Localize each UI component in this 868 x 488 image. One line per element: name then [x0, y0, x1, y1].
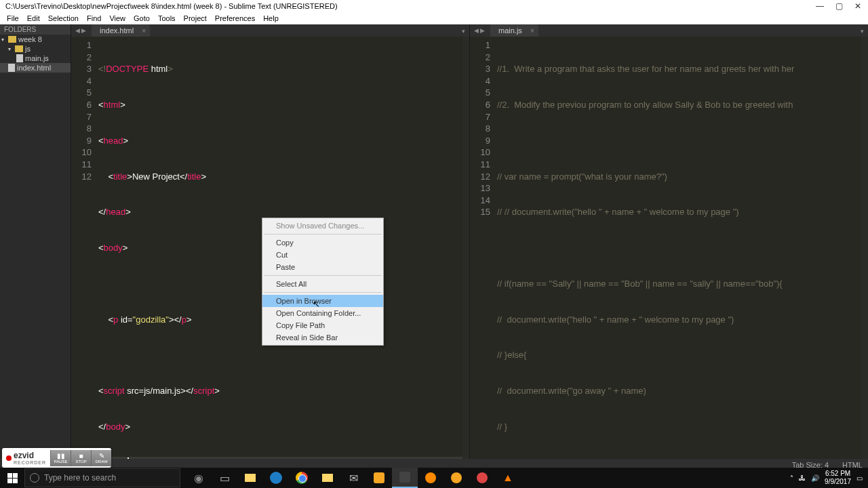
line-gutter: 123456789101112 — [71, 37, 98, 488]
t: script — [104, 386, 125, 396]
tray-date: 9/9/2017 — [825, 478, 851, 486]
menu-file[interactable]: File — [3, 14, 23, 22]
tab-nav-back[interactable]: ◀ — [474, 27, 479, 34]
ctx-open-containing-folder[interactable]: Open Containing Folder... — [262, 307, 383, 319]
t: DRAW — [96, 460, 108, 464]
tree-folder-root[interactable]: ▾ week 8 — [0, 35, 71, 44]
t: // document.write("hello " + name + " we… — [497, 314, 861, 326]
t: //1. Write a program that asks the user … — [497, 63, 861, 75]
menu-preferences[interactable]: Preferences — [211, 14, 259, 22]
context-menu: Show Unsaved Changes... Copy Cut Paste S… — [262, 218, 384, 346]
ctx-reveal-in-sidebar[interactable]: Reveal in Side Bar — [262, 331, 383, 344]
app-icon[interactable] — [469, 468, 495, 488]
file-explorer-icon[interactable] — [237, 468, 263, 488]
tree-folder-js[interactable]: ▾ js — [0, 44, 71, 54]
ctx-open-in-browser[interactable]: Open in Browser — [262, 295, 383, 307]
t: // }else{ — [497, 349, 861, 361]
ctx-copy[interactable]: Copy — [262, 237, 383, 249]
recorder-draw-button[interactable]: ✎DRAW — [91, 450, 111, 466]
tab-nav-forward[interactable]: ▶ — [480, 27, 485, 34]
menu-help[interactable]: Help — [259, 14, 283, 22]
tab-label: main.js — [498, 26, 522, 35]
t: src=js/main.js> — [125, 386, 186, 396]
tray-clock[interactable]: 6:52 PM 9/9/2017 — [825, 470, 851, 486]
vlc-icon[interactable]: ▲ — [495, 468, 521, 488]
folder-icon — [8, 36, 16, 43]
recorder-pause-button[interactable]: ▮▮PAUSE — [50, 450, 71, 466]
app-icon[interactable] — [366, 468, 392, 488]
ctx-separator — [264, 292, 382, 293]
menu-project[interactable]: Project — [180, 14, 211, 22]
volume-icon[interactable]: 🔊 — [811, 474, 819, 482]
network-icon[interactable]: 🖧 — [799, 474, 806, 482]
menu-view[interactable]: View — [105, 14, 130, 22]
ctx-select-all[interactable]: Select All — [262, 278, 383, 290]
pencil-icon: ✎ — [99, 453, 104, 460]
sublime-text-icon[interactable] — [392, 468, 418, 488]
windows-logo-icon — [7, 473, 18, 483]
tab-indexhtml[interactable]: index.html × — [92, 24, 150, 37]
ctx-separator — [264, 275, 382, 276]
tab-mainjs[interactable]: main.js × — [490, 24, 538, 37]
t: html — [149, 64, 167, 74]
tree-file-mainjs[interactable]: main.js — [0, 54, 71, 63]
windows-taskbar: Type here to search ◉ ▭ ✉ ▲ ˄ 🖧 🔊 6:52 P… — [0, 468, 868, 488]
tab-dropdown-icon[interactable]: ▾ — [861, 28, 864, 35]
vertical-scrollbar[interactable] — [462, 37, 469, 488]
menu-selection[interactable]: Selection — [44, 14, 83, 22]
mail-icon[interactable]: ✉ — [340, 468, 366, 488]
ctx-copy-file-path[interactable]: Copy File Path — [262, 319, 383, 331]
tree-file-indexhtml[interactable]: index.html — [0, 63, 71, 73]
tab-nav-back[interactable]: ◀ — [75, 27, 80, 34]
window-title: C:\Users\Trevino\Desktop\newProject\week… — [5, 2, 338, 10]
app-icon[interactable] — [443, 468, 469, 488]
ctx-paste[interactable]: Paste — [262, 261, 383, 273]
ctx-cut[interactable]: Cut — [262, 249, 383, 261]
tab-nav-forward[interactable]: ▶ — [81, 27, 86, 34]
file-label: index.html — [17, 64, 51, 72]
pause-icon: ▮▮ — [57, 453, 65, 460]
menu-tools[interactable]: Tools — [154, 14, 180, 22]
folder-expand-icon[interactable]: ▾ — [1, 37, 8, 43]
t: // var name = prompt("what is your name?… — [497, 171, 861, 183]
close-button[interactable]: ✕ — [853, 1, 863, 11]
t: title — [113, 171, 127, 182]
t: <! — [98, 64, 106, 74]
menu-edit[interactable]: Edit — [23, 14, 44, 22]
file-label: main.js — [25, 54, 49, 62]
vertical-scrollbar[interactable] — [861, 37, 868, 488]
notifications-icon[interactable]: ▭ — [856, 474, 863, 482]
t: // document.write("go away " + name) — [497, 385, 861, 397]
t: script — [193, 386, 214, 396]
t: ></ — [169, 314, 182, 325]
menu-goto[interactable]: Goto — [130, 14, 154, 22]
tab-label: index.html — [100, 26, 134, 35]
cortana-mic-icon[interactable]: ◉ — [186, 468, 212, 488]
file-icon — [16, 54, 23, 62]
t: id= — [118, 314, 132, 325]
folder-label: week 8 — [18, 35, 42, 43]
code-editor-right[interactable]: 123456789101112131415 //1. Write a progr… — [470, 37, 868, 488]
menu-bar: File Edit Selection Find View Goto Tools… — [0, 12, 868, 24]
media-player-icon[interactable] — [418, 468, 443, 488]
recorder-stop-button[interactable]: ■STOP — [71, 450, 91, 466]
tab-close-button[interactable]: × — [142, 27, 146, 35]
tray-up-icon[interactable]: ˄ — [790, 474, 793, 482]
tab-bar: ◀ ▶ main.js × ▾ — [470, 24, 868, 37]
taskbar-search[interactable]: Type here to search — [24, 468, 180, 487]
tab-close-button[interactable]: × — [530, 27, 534, 35]
tab-dropdown-icon[interactable]: ▾ — [462, 28, 465, 35]
t: html — [104, 100, 121, 110]
folder-expand-icon[interactable]: ▾ — [8, 46, 15, 52]
file-explorer-icon[interactable] — [315, 468, 340, 488]
t: </ — [186, 386, 193, 396]
minimize-button[interactable]: — — [815, 1, 825, 11]
chrome-icon[interactable] — [289, 468, 315, 488]
code-lines[interactable]: //1. Write a program that asks the user … — [497, 37, 861, 488]
ie-icon[interactable] — [263, 468, 289, 488]
start-button[interactable] — [0, 468, 24, 488]
task-view-icon[interactable]: ▭ — [212, 468, 237, 488]
maximize-button[interactable]: ▢ — [834, 1, 844, 11]
menu-find[interactable]: Find — [83, 14, 105, 22]
t: "godzilla" — [133, 314, 169, 325]
